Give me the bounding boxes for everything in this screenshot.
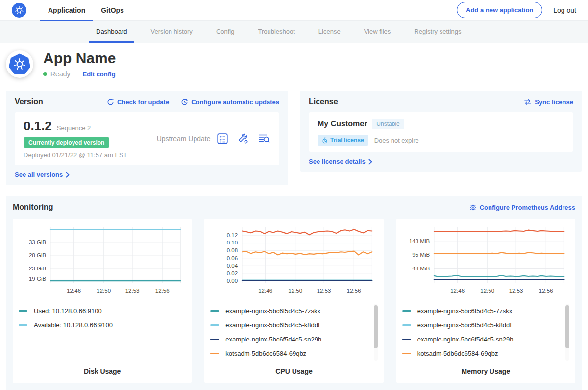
tab-license[interactable]: License: [307, 21, 352, 43]
edit-config-link[interactable]: Edit config: [82, 71, 115, 78]
tab-troubleshoot[interactable]: Troubleshoot: [246, 21, 306, 43]
svg-text:19 GiB: 19 GiB: [29, 276, 47, 282]
memory-usage-title: Memory Usage: [402, 367, 569, 375]
legend-label: Used: 10.128.0.66:9100: [34, 307, 102, 315]
svg-text:12:46: 12:46: [259, 288, 273, 293]
legend-label: example-nginx-5bc6f5d4c5-k8ddf: [225, 321, 319, 329]
page-title: App Name: [43, 50, 116, 67]
top-nav: Application GitOps Add a new application…: [0, 0, 588, 21]
svg-text:12:56: 12:56: [155, 288, 170, 293]
check-for-update-link[interactable]: Check for update: [107, 98, 169, 106]
disk-usage-title: Disk Usage: [19, 367, 186, 375]
deploy-logs-icon[interactable]: [258, 133, 270, 145]
legend-scrollbar: [374, 304, 378, 361]
tab-config[interactable]: Config: [204, 21, 246, 43]
app-sub-nav: Dashboard Version history Config Trouble…: [0, 21, 588, 43]
legend-swatch: [210, 353, 219, 354]
tab-dashboard[interactable]: Dashboard: [84, 21, 139, 43]
svg-text:0.08: 0.08: [227, 247, 238, 253]
legend-item: example-nginx-5bc6f5d4c5-k8ddf: [210, 318, 369, 332]
legend-label: example-nginx-5bc6f5d4c5-7zskx: [225, 307, 320, 315]
logout-button[interactable]: Log out: [553, 6, 576, 14]
version-number: 0.1.2: [24, 119, 52, 134]
kubernetes-app-icon: [9, 53, 30, 75]
see-license-details-link[interactable]: See license details: [309, 158, 372, 165]
legend-scrollbar: [565, 304, 569, 361]
gear-icon: [469, 204, 477, 211]
license-card-title: License: [309, 98, 338, 106]
sync-license-label: Sync license: [535, 98, 573, 106]
configure-prometheus-link[interactable]: Configure Prometheus Address: [469, 204, 575, 211]
svg-text:23 GiB: 23 GiB: [29, 266, 47, 271]
legend-swatch: [210, 324, 219, 326]
sync-arrows-icon: [524, 99, 532, 105]
legend-swatch: [402, 324, 411, 326]
svg-text:0.04: 0.04: [227, 263, 238, 268]
svg-text:12:56: 12:56: [539, 288, 553, 293]
svg-text:0.06: 0.06: [227, 255, 238, 261]
deployed-timestamp: Deployed 01/21/22 @ 11:57 am EST: [24, 151, 127, 159]
license-expiry: Does not expire: [374, 137, 419, 144]
legend-item: Used: 10.128.0.66:9100: [19, 304, 178, 318]
preflight-checks-icon[interactable]: [217, 133, 228, 145]
sync-license-link[interactable]: Sync license: [524, 98, 573, 106]
svg-text:12:53: 12:53: [509, 288, 523, 293]
app-header: App Name Ready Edit config: [0, 43, 588, 86]
legend-item: kotsadm-5db6dc6584-69qbz: [402, 346, 562, 361]
legend-item: example-nginx-5bc6f5d4c5-7zskx: [402, 304, 562, 318]
legend-swatch: [19, 324, 27, 326]
chevron-right-icon: [66, 172, 70, 178]
cpu-usage-legend: example-nginx-5bc6f5d4c5-7zskx example-n…: [210, 304, 377, 367]
see-all-versions-link[interactable]: See all versions: [15, 171, 70, 178]
status-dot: [43, 72, 47, 76]
svg-text:95 MiB: 95 MiB: [412, 252, 430, 258]
legend-item: example-nginx-5bc6f5d4c5-k8ddf: [402, 318, 562, 332]
version-card: Version Check for update: [6, 91, 288, 185]
see-all-versions-label: See all versions: [15, 171, 63, 178]
add-application-button[interactable]: Add a new application: [457, 2, 542, 18]
svg-text:48 MiB: 48 MiB: [412, 266, 430, 271]
legend-swatch: [19, 310, 27, 312]
scrollbar-thumb[interactable]: [565, 305, 569, 348]
stopwatch-icon: [322, 137, 328, 144]
svg-text:12:50: 12:50: [97, 288, 111, 293]
check-for-update-label: Check for update: [117, 98, 169, 106]
memory-usage-legend: example-nginx-5bc6f5d4c5-7zskx example-n…: [402, 304, 569, 367]
legend-label: example-nginx-5bc6f5d4c5-sn29h: [417, 336, 514, 343]
disk-usage-legend: Used: 10.128.0.66:9100 Available: 10.128…: [19, 304, 186, 367]
cpu-usage-title: CPU Usage: [210, 367, 377, 375]
tab-version-history[interactable]: Version history: [139, 21, 204, 43]
config-wrench-icon[interactable]: [237, 133, 249, 145]
legend-swatch: [210, 310, 219, 312]
svg-text:12:53: 12:53: [125, 288, 140, 293]
svg-text:12:56: 12:56: [347, 288, 361, 293]
legend-label: example-nginx-5bc6f5d4c5-7zskx: [417, 307, 513, 315]
deployed-badge: Currently deployed version: [24, 137, 109, 148]
legend-swatch: [402, 339, 411, 340]
svg-text:12:50: 12:50: [480, 288, 494, 293]
auto-update-clock-icon: [181, 98, 188, 106]
svg-text:0.10: 0.10: [227, 240, 238, 245]
topnav-tab-gitops[interactable]: GitOps: [93, 0, 132, 21]
legend-item: example-nginx-5bc6f5d4c5-sn29h: [402, 332, 562, 346]
monitoring-section: Monitoring Configure Prometheus Address …: [6, 196, 582, 390]
svg-text:0.12: 0.12: [227, 232, 238, 238]
divider: [76, 70, 76, 78]
monitoring-title: Monitoring: [13, 203, 53, 212]
svg-text:0.00: 0.00: [227, 278, 238, 284]
kubernetes-logo-icon: [12, 3, 26, 18]
legend-item: example-nginx-5bc6f5d4c5-sn29h: [210, 332, 369, 346]
topnav-tab-application[interactable]: Application: [40, 0, 93, 21]
legend-label: kotsadm-5db6dc6584-69qbz: [417, 350, 498, 357]
tab-registry-settings[interactable]: Registry settings: [402, 21, 473, 43]
memory-usage-chart-card: 143 MiB95 MiB48 MiB12:4612:5012:5312:56 …: [396, 219, 575, 383]
legend-swatch: [402, 353, 411, 354]
app-avatar: [6, 50, 33, 78]
tab-view-files[interactable]: View files: [352, 21, 403, 43]
disk-usage-chart: 33 GiB28 GiB23 GiB19 GiB12:4612:5012:531…: [19, 223, 186, 298]
configure-auto-updates-link[interactable]: Configure automatic updates: [181, 98, 279, 106]
svg-text:28 GiB: 28 GiB: [29, 252, 47, 258]
chevron-right-icon: [368, 159, 372, 165]
scrollbar-thumb[interactable]: [374, 305, 378, 348]
cpu-usage-chart: 0.000.020.040.060.080.100.1212:4612:5012…: [210, 223, 377, 298]
